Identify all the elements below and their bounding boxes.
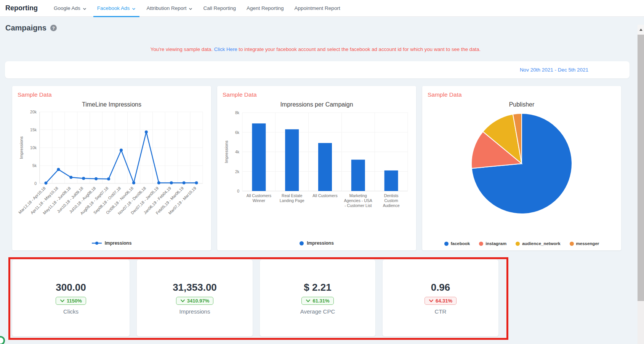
tab-appointment-report[interactable]: Appointment Report: [289, 0, 346, 17]
chevron-down-icon: [60, 299, 65, 303]
sample-data-label: Sample Data: [18, 91, 206, 98]
svg-text:2k: 2k: [235, 169, 240, 174]
tab-label: Agent Reporting: [247, 5, 284, 11]
tab-label: Facebook Ads: [97, 5, 130, 11]
chevron-down-icon: [429, 299, 434, 303]
stat-value: 31,353.00: [173, 282, 217, 293]
notice-text-prefix: You're viewing sample data.: [151, 46, 214, 52]
chevron-down-icon: [306, 299, 311, 303]
svg-text:20k: 20k: [30, 110, 37, 114]
svg-text:15k: 15k: [30, 127, 37, 132]
bar-legend-label: Impressions: [307, 240, 334, 246]
svg-text:Impressions: Impressions: [224, 140, 229, 163]
chevron-down-icon: [189, 8, 192, 10]
svg-text:8k: 8k: [235, 110, 240, 115]
dropdown-caret-icon: [189, 6, 192, 11]
change-badge: 3410.97%: [176, 297, 214, 305]
svg-text:Real EstateLanding Page: Real EstateLanding Page: [280, 193, 304, 203]
legend-item-audience_network[interactable]: audience_network: [516, 241, 560, 246]
change-percent: 64.31%: [436, 298, 452, 304]
click-here-link[interactable]: Click Here: [214, 46, 237, 52]
help-icon[interactable]: ?: [50, 25, 57, 31]
svg-text:0: 0: [34, 181, 37, 186]
heading-row: Campaigns ?: [5, 24, 57, 32]
sample-data-label: Sample Data: [223, 91, 411, 98]
tab-attribution-report[interactable]: Attribution Report: [141, 0, 198, 17]
sample-data-notice: You're viewing sample data. Click Here t…: [0, 46, 631, 52]
tab-facebook-ads[interactable]: Facebook Ads: [92, 0, 141, 17]
sample-data-label: Sample Data: [428, 91, 616, 98]
chevron-down-icon: [83, 8, 87, 10]
legend-item-facebook[interactable]: facebook: [444, 241, 470, 246]
change-badge: 1150%: [56, 297, 86, 305]
svg-text:0: 0: [237, 189, 239, 193]
legend-color-dot: [516, 242, 520, 246]
tab-google-ads[interactable]: Google Ads: [48, 0, 92, 17]
charts-row: Sample Data TimeLine Impressions 05k10k1…: [12, 86, 621, 250]
pie-chart-wrap: [428, 110, 616, 217]
pie-chart-title: Publisher: [428, 101, 616, 108]
chevron-down-icon: [132, 8, 136, 10]
svg-text:10k: 10k: [30, 145, 37, 150]
legend-item-messenger[interactable]: messenger: [570, 241, 599, 246]
legend-label: messenger: [576, 241, 599, 246]
scrollbar-up-button[interactable]: [638, 25, 644, 35]
line-chart-title: TimeLine Impressions: [18, 101, 206, 108]
tab-label: Attribution Report: [146, 5, 186, 11]
top-nav: Reporting Google AdsFacebook AdsAttribut…: [0, 0, 644, 17]
up-arrow-icon: [639, 29, 642, 31]
line-chart-legend[interactable]: Impressions: [12, 240, 211, 246]
dropdown-caret-icon: [132, 6, 136, 11]
tab-call-reporting[interactable]: Call Reporting: [198, 0, 241, 17]
page-heading: Campaigns: [5, 24, 46, 32]
vertical-scrollbar[interactable]: [638, 25, 644, 344]
svg-text:4k: 4k: [235, 150, 240, 154]
publisher-pie-chart: [468, 110, 575, 217]
app-title: Reporting: [5, 4, 38, 12]
svg-text:All Customers: All Customers: [312, 193, 337, 198]
svg-text:Impressions: Impressions: [19, 136, 24, 159]
legend-item-instagram[interactable]: instagram: [479, 241, 506, 246]
svg-text:6k: 6k: [235, 130, 240, 135]
tab-label: Appointment Report: [295, 5, 340, 11]
legend-label: instagram: [485, 241, 506, 246]
timeline-impressions-card: Sample Data TimeLine Impressions 05k10k1…: [12, 86, 211, 250]
change-percent: 1150%: [67, 298, 82, 304]
tab-label: Call Reporting: [203, 5, 236, 11]
change-badge: 61.31%: [301, 297, 333, 305]
pie-chart-legend: facebookinstagramaudience_networkmesseng…: [422, 241, 621, 246]
line-legend-label: Impressions: [105, 240, 132, 246]
change-percent: 61.31%: [312, 298, 329, 304]
scrollbar-thumb[interactable]: [638, 35, 644, 301]
stat-card-average-cpc: $ 2.2161.31%Average CPC: [260, 260, 375, 336]
legend-color-dot: [479, 242, 483, 246]
bar-series-marker: [300, 241, 304, 245]
stat-label: Average CPC: [300, 308, 335, 315]
date-range-picker[interactable]: Nov 20th 2021 - Dec 5th 2021: [520, 61, 588, 78]
tab-agent-reporting[interactable]: Agent Reporting: [241, 0, 289, 17]
change-badge: 64.31%: [425, 297, 457, 305]
impressions-per-campaign-card: Sample Data Impressions per Campaign 02k…: [217, 86, 416, 250]
change-percent: 3410.97%: [187, 298, 210, 304]
legend-color-dot: [570, 242, 574, 246]
legend-color-dot: [444, 242, 449, 246]
stat-card-clicks: 300.001150%Clicks: [12, 260, 130, 336]
svg-text:All CustomersWinner: All CustomersWinner: [247, 193, 271, 203]
impressions-per-campaign-chart: 02k4k6k8kImpressionsAll CustomersWinnerR…: [223, 108, 410, 222]
stat-label: Clicks: [63, 308, 78, 315]
nav-tabs: Google AdsFacebook AdsAttribution Report…: [48, 0, 346, 17]
chevron-down-icon: [180, 299, 185, 303]
stat-value: 300.00: [56, 282, 86, 293]
stat-label: Impressions: [179, 308, 210, 315]
tab-label: Google Ads: [54, 5, 80, 11]
stat-label: CTR: [435, 308, 447, 315]
stat-card-impressions: 31,353.003410.97%Impressions: [137, 260, 253, 336]
notice-text-suffix: to integrate your facebook account and s…: [237, 46, 481, 52]
stat-card-ctr: 0.9664.31%CTR: [383, 260, 498, 336]
stat-value: 0.96: [431, 282, 450, 293]
stat-value: $ 2.21: [304, 282, 331, 293]
legend-label: facebook: [451, 241, 470, 246]
bar-chart-legend[interactable]: Impressions: [217, 240, 416, 246]
date-filter-bar: Nov 20th 2021 - Dec 5th 2021: [5, 61, 630, 78]
line-series-marker: [92, 241, 102, 245]
